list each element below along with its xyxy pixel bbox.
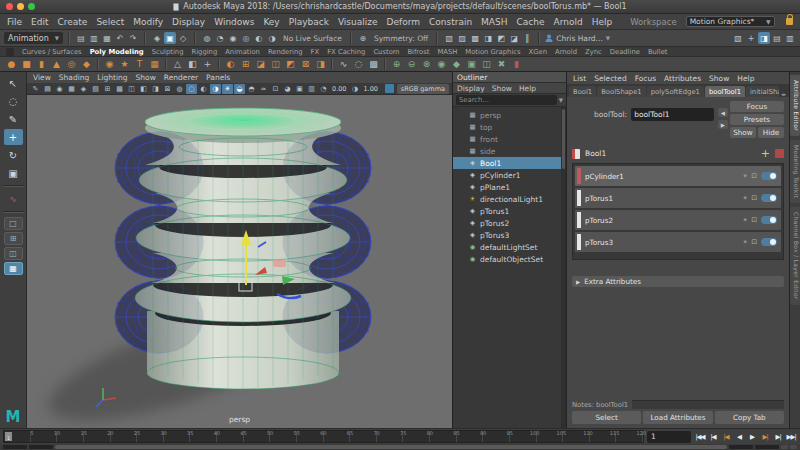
add-operand-button[interactable]: + <box>761 148 770 159</box>
lasso-select-tool-icon[interactable]: ◌ <box>4 93 23 109</box>
poly-cube-icon[interactable]: ■ <box>20 58 33 71</box>
ipr-render-icon[interactable]: ◨ <box>482 32 494 44</box>
ae-menu-attributes[interactable]: Attributes <box>664 74 701 83</box>
construction-plane-icon[interactable]: △ <box>171 58 184 71</box>
timeline-frame-cell[interactable]: 10 <box>31 431 58 442</box>
delete-edge-icon[interactable]: ✖ <box>495 58 508 71</box>
snap-curve-icon[interactable]: ◔ <box>214 32 226 44</box>
multi-cut-icon[interactable]: ◪ <box>254 58 267 71</box>
presets-button[interactable]: Presets <box>730 114 784 125</box>
shaded-icon[interactable]: ◐ <box>198 84 209 94</box>
load-attributes-button[interactable]: Load Attributes <box>643 411 712 424</box>
ae-tab-initialshadinggr[interactable]: initialShadingGr <box>746 86 779 97</box>
grid-icon[interactable]: ▩ <box>114 84 125 94</box>
viewport-menu-shading[interactable]: Shading <box>59 73 89 82</box>
select-operand-icon[interactable]: ⌖ <box>743 238 747 246</box>
isolate-select-icon[interactable]: ▣ <box>294 84 305 94</box>
outliner-item-bool1[interactable]: ◈Bool1 <box>453 157 566 169</box>
timeline-frame-cell[interactable]: 65 <box>324 431 351 442</box>
ae-tab-boolshape1[interactable]: BoolShape1 <box>597 86 645 97</box>
bookmarks-icon[interactable]: ◈ <box>78 84 89 94</box>
rotate-tool-icon[interactable]: ↻ <box>4 147 23 163</box>
remove-operand-button[interactable] <box>775 149 784 158</box>
hide-button[interactable]: Hide <box>758 127 784 138</box>
select-operand-icon[interactable]: ⌖ <box>743 172 747 180</box>
timeline-frame-cell[interactable]: 75 <box>377 431 404 442</box>
ae-tab-booltool1[interactable]: boolTool1 <box>705 86 745 97</box>
shelf-tab-zync[interactable]: Zync <box>585 48 602 56</box>
timeline-frame-cell[interactable]: 55 <box>270 431 297 442</box>
focus-button[interactable]: Focus <box>730 101 784 112</box>
redo-icon[interactable]: ↷ <box>127 32 139 44</box>
outliner-item-pcylinder1[interactable]: ◈pCylinder1 <box>453 169 566 181</box>
image-plane-icon[interactable]: ▧ <box>90 84 101 94</box>
menu-key[interactable]: Key <box>263 17 279 27</box>
step-back-frame-button[interactable]: |◀ <box>707 433 719 441</box>
shelf-tab-fx[interactable]: FX <box>311 48 320 56</box>
menu-select[interactable]: Select <box>96 17 124 27</box>
viewport-menu-lighting[interactable]: Lighting <box>97 73 127 82</box>
locator-icon[interactable]: + <box>201 58 214 71</box>
save-scene-icon[interactable]: ▦ <box>101 32 113 44</box>
node-name-field[interactable]: boolTool1 <box>631 108 714 121</box>
go-to-start-button[interactable]: |◀◀ <box>694 433 706 441</box>
timeline-frame-cell[interactable]: 110 <box>563 431 590 442</box>
shelf-tab-bullet[interactable]: Bullet <box>648 48 668 56</box>
close-window-button[interactable] <box>6 3 13 10</box>
timeline-frame-cell[interactable]: 115 <box>590 431 617 442</box>
viewport-menu-renderer[interactable]: Renderer <box>164 73 198 82</box>
step-back-key-button[interactable]: |◀ <box>720 433 732 441</box>
timeline-frame-cell[interactable]: 20 <box>84 431 111 442</box>
range-slider-bar[interactable] <box>55 445 727 449</box>
shelf-tab-poly-modeling[interactable]: Poly Modeling <box>90 48 144 56</box>
select-button[interactable]: Select <box>572 411 641 424</box>
freeze-transform-icon[interactable]: ▮ <box>510 58 523 71</box>
tool-settings-toggle-icon[interactable]: ▤ <box>771 32 783 44</box>
operand-row-ptorus3[interactable]: pTorus3⌖⊡ <box>575 232 781 252</box>
menu-file[interactable]: File <box>7 17 22 27</box>
select-operand-icon[interactable]: ⌖ <box>743 216 747 224</box>
wireframe-icon[interactable]: ◌ <box>186 84 197 94</box>
outliner-menu-show[interactable]: Show <box>492 84 512 93</box>
menu-display[interactable]: Display <box>172 17 205 27</box>
frame-operand-icon[interactable]: ⊡ <box>751 216 757 224</box>
sculpt-tool-icon[interactable]: ◐ <box>224 58 237 71</box>
operand-row-pcylinder1[interactable]: pCylinder1⌖⊡ <box>575 166 781 186</box>
render-current-frame-icon[interactable]: ▩ <box>469 32 481 44</box>
shelf-tab-animation[interactable]: Animation <box>225 48 260 56</box>
step-forward-frame-button[interactable]: ▶| <box>772 433 784 441</box>
menu-edit[interactable]: Edit <box>31 17 48 27</box>
outliner-menu-help[interactable]: Help <box>519 84 536 93</box>
outliner-persp-layout-button[interactable]: ▦ <box>4 262 23 275</box>
poly-torus-icon[interactable]: ◎ <box>65 58 78 71</box>
auto-key-icon[interactable] <box>781 445 788 449</box>
paint-select-tool-icon[interactable]: ✎ <box>4 111 23 127</box>
snap-grid-icon[interactable]: ◍ <box>201 32 213 44</box>
poly-plane-icon[interactable]: ◆ <box>80 58 93 71</box>
menu-create[interactable]: Create <box>58 17 88 27</box>
film-gate-icon[interactable]: ◫ <box>126 84 137 94</box>
shelf-tab-motion-graphics[interactable]: Motion Graphics <box>465 48 520 56</box>
two-pane-layout-button[interactable]: ◫ <box>4 247 23 260</box>
mirror-icon[interactable]: ◫ <box>480 58 493 71</box>
outliner-item-directionallight1[interactable]: ☀directionalLight1 <box>453 193 566 205</box>
animation-end-field[interactable] <box>755 445 779 449</box>
resolution-gate-icon[interactable]: ◧ <box>138 84 149 94</box>
single-pane-layout-button[interactable]: □ <box>4 217 23 230</box>
snap-point-icon[interactable]: ◉ <box>227 32 239 44</box>
sidebar-tab-attribute-editor[interactable]: Attribute Editor <box>790 75 800 136</box>
color-management-icon[interactable] <box>385 84 394 93</box>
separate-icon[interactable]: ◆ <box>450 58 463 71</box>
menu-playback[interactable]: Playback <box>289 17 329 27</box>
operand-row-ptorus1[interactable]: pTorus1⌖⊡ <box>575 188 781 208</box>
type-tool-icon[interactable]: T <box>133 58 146 71</box>
animation-start-field[interactable] <box>3 445 27 449</box>
character-controls-toggle-icon[interactable]: + <box>745 32 757 44</box>
ae-menu-selected[interactable]: Selected <box>594 74 627 83</box>
menu-windows[interactable]: Windows <box>214 17 254 27</box>
animation-preferences-icon[interactable] <box>790 445 797 449</box>
menu-visualize[interactable]: Visualize <box>338 17 378 27</box>
bool-intersection-icon[interactable]: ⊗ <box>420 58 433 71</box>
current-frame-field[interactable]: 1 <box>647 431 691 443</box>
outliner-item-top[interactable]: ▦top <box>453 121 566 133</box>
